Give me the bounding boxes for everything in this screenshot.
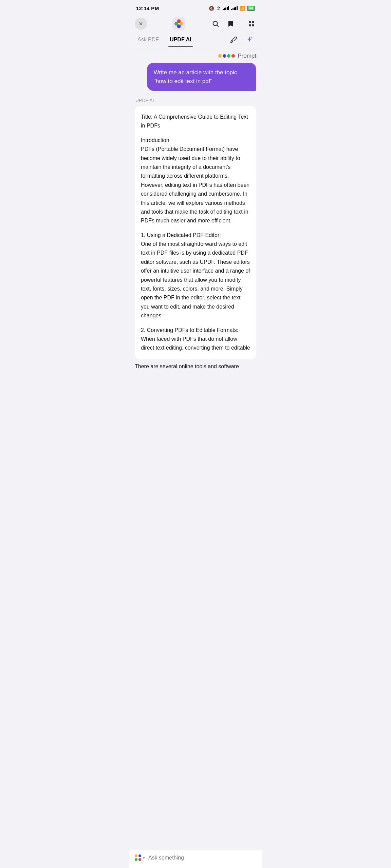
user-bubble: Write me an article with the topic "how … bbox=[147, 63, 256, 91]
ai-section1-heading: 1. Using a Dedicated PDF Editor: bbox=[141, 232, 221, 238]
bookmark-icon bbox=[227, 20, 234, 27]
sparkle-button[interactable] bbox=[244, 34, 255, 45]
input-dot-yellow bbox=[135, 854, 137, 857]
prompt-label-row: Prompt bbox=[135, 53, 256, 59]
petal-yellow bbox=[180, 22, 183, 26]
signal-bars bbox=[223, 6, 229, 10]
ai-section2-body: When faced with PDFs that do not allow d… bbox=[141, 336, 250, 351]
ai-intro: Introduction: PDFs (Portable Document Fo… bbox=[141, 136, 250, 225]
input-dot-blue bbox=[138, 854, 141, 857]
nav-right bbox=[210, 19, 256, 29]
ask-input[interactable] bbox=[148, 855, 256, 861]
nav-center bbox=[172, 17, 185, 30]
updf-logo bbox=[172, 17, 185, 30]
nav-bar bbox=[129, 15, 262, 33]
tab-right-icons bbox=[228, 34, 255, 45]
ai-section2-heading: 2. Converting PDFs to Editable Formats: bbox=[141, 327, 238, 333]
bookmark-button[interactable] bbox=[226, 19, 236, 29]
svg-line-3 bbox=[217, 25, 218, 26]
status-icons: 🔇 ⏱ 📶 64 bbox=[209, 6, 255, 11]
tab-ask-pdf[interactable]: Ask PDF bbox=[136, 33, 160, 47]
status-time: 12:14 PM bbox=[136, 5, 159, 11]
search-icon bbox=[212, 20, 219, 27]
logo-petals bbox=[174, 19, 183, 28]
tab-bar: Ask PDF UPDF AI bbox=[129, 33, 262, 47]
user-message-wrapper: Write me an article with the topic "how … bbox=[135, 63, 256, 98]
user-message-text: Write me an article with the topic "how … bbox=[154, 69, 237, 84]
dot-blue bbox=[223, 54, 226, 58]
tab-updf-ai[interactable]: UPDF AI bbox=[168, 33, 192, 47]
ai-section2: 2. Converting PDFs to Editable Formats: … bbox=[141, 326, 250, 353]
prompt-text: Prompt bbox=[238, 53, 256, 59]
status-bar: 12:14 PM 🔇 ⏱ 📶 64 bbox=[129, 0, 262, 15]
ai-intro-body: PDFs (Portable Document Format) have bec… bbox=[141, 146, 249, 223]
tabs: Ask PDF UPDF AI bbox=[136, 33, 193, 47]
ai-section1-body: One of the most straightforward ways to … bbox=[141, 241, 250, 318]
brush-button[interactable] bbox=[228, 35, 239, 45]
svg-rect-5 bbox=[252, 21, 254, 23]
ai-title: Title: A Comprehensive Guide to Editing … bbox=[141, 113, 250, 131]
dot-yellow bbox=[218, 54, 222, 58]
signal-bars-2 bbox=[231, 6, 238, 10]
close-icon bbox=[138, 21, 144, 26]
input-dot-red bbox=[138, 858, 141, 861]
input-bar: ▾ bbox=[129, 850, 262, 868]
battery-icon: 64 bbox=[247, 6, 255, 11]
petal-green bbox=[174, 22, 178, 26]
nav-divider bbox=[241, 20, 241, 27]
chevron-down-icon[interactable]: ▾ bbox=[143, 855, 145, 860]
dot-red bbox=[231, 54, 235, 58]
grid-icon bbox=[248, 20, 255, 27]
sparkle-icon bbox=[245, 36, 254, 44]
dot-green bbox=[227, 54, 230, 58]
brush-icon bbox=[230, 36, 237, 43]
ai-intro-heading: Introduction: bbox=[141, 137, 171, 143]
svg-rect-7 bbox=[252, 24, 254, 26]
nav-left bbox=[135, 18, 147, 30]
chat-area: Prompt Write me an article with the topi… bbox=[129, 47, 262, 359]
wifi-icon: 📶 bbox=[240, 6, 245, 11]
ai-section1: 1. Using a Dedicated PDF Editor: One of … bbox=[141, 231, 250, 320]
clock-icon: ⏱ bbox=[216, 6, 221, 11]
svg-rect-4 bbox=[249, 21, 251, 23]
ai-response-card: Title: A Comprehensive Guide to Editing … bbox=[135, 106, 256, 359]
svg-rect-6 bbox=[249, 24, 251, 26]
bottom-overflow: There are several online tools and softw… bbox=[129, 359, 262, 405]
search-button[interactable] bbox=[210, 19, 221, 29]
input-logo: ▾ bbox=[135, 854, 145, 861]
prompt-dots bbox=[218, 54, 235, 58]
mute-icon: 🔇 bbox=[209, 6, 214, 11]
grid-button[interactable] bbox=[247, 19, 256, 28]
bottom-overflow-text: There are several online tools and softw… bbox=[135, 363, 239, 369]
ai-label: UPDF AI bbox=[135, 98, 256, 103]
input-dot-green bbox=[135, 858, 137, 861]
input-logo-dots bbox=[135, 854, 142, 861]
close-button[interactable] bbox=[135, 18, 147, 30]
